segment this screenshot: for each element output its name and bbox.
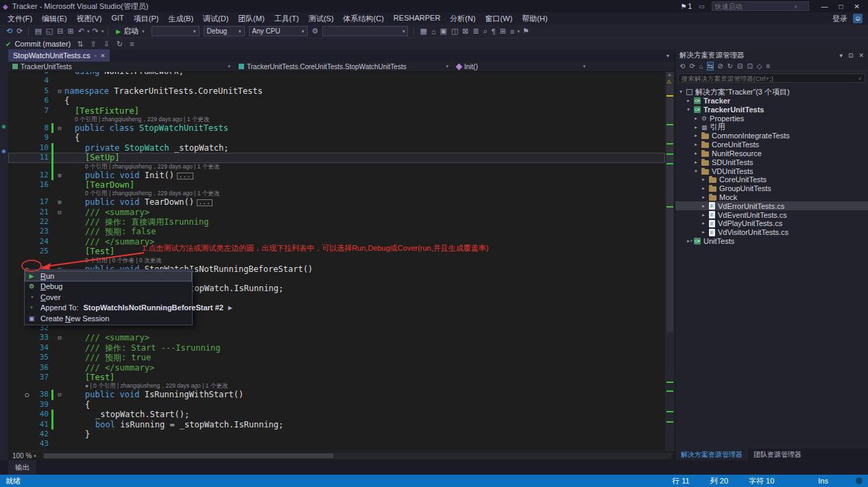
horizontal-scrollbar[interactable] bbox=[43, 453, 672, 459]
panel-tab[interactable]: 解决方案资源管理器 bbox=[675, 449, 748, 460]
output-window-tab[interactable]: 输出 bbox=[8, 460, 36, 475]
toolbar-icon[interactable]: ⇆ bbox=[708, 62, 713, 70]
tree-item[interactable]: ▸CoreUnitTests bbox=[675, 175, 868, 184]
toolbar-icon[interactable]: ⊠ bbox=[460, 27, 470, 36]
code-line[interactable]: 17⊞public void TearDown()... bbox=[8, 197, 665, 207]
tree-item[interactable]: ▸GroupUnitTests bbox=[675, 184, 868, 193]
toolbar-icon[interactable]: ¶ bbox=[490, 27, 498, 36]
toolbar-icon[interactable]: ◇ bbox=[757, 62, 762, 70]
notifications-flag-icon[interactable]: ⚑1 bbox=[681, 3, 692, 10]
code-line[interactable]: 23/// 预期: false bbox=[8, 227, 665, 236]
tree-item[interactable]: ▸VdPlayUnitTests.cs bbox=[675, 219, 868, 228]
code-line[interactable]: 43 bbox=[8, 439, 665, 449]
toolbar-icon[interactable]: ⇅ bbox=[75, 40, 85, 49]
expander-icon[interactable]: ▸ bbox=[693, 151, 699, 156]
codelens-row[interactable]: 0 个引用 | zhangqiusheng，229 days ago | 1 个… bbox=[8, 116, 665, 123]
code-line[interactable]: 40_stopWatch.Start(); bbox=[8, 410, 665, 419]
scrollbar-thumb[interactable] bbox=[666, 72, 673, 332]
solution-search-box[interactable]: ⌕ bbox=[678, 73, 865, 83]
code-line[interactable]: 41bool isRunning = _stopWatch.IsRunning; bbox=[8, 420, 665, 429]
toolbar-icon[interactable]: ⊞ bbox=[498, 27, 508, 36]
fold-marker[interactable]: ⊟ bbox=[55, 333, 64, 342]
toolbar-icon[interactable]: ⊡ bbox=[747, 62, 752, 70]
tree-item[interactable]: ▸VdErrorUnitTests.cs bbox=[675, 201, 868, 210]
target-combo[interactable]: ▾ bbox=[322, 26, 408, 36]
tree-item[interactable]: ▸SDUnitTests bbox=[675, 158, 868, 166]
code-line[interactable]: 33⊟/// <summary> bbox=[8, 333, 665, 342]
menu-item[interactable]: 帮助(H) bbox=[517, 14, 552, 24]
close-button[interactable]: ✕ bbox=[849, 3, 865, 10]
menu-item[interactable]: 项目(P) bbox=[129, 14, 164, 24]
expander-icon[interactable]: ▸ bbox=[693, 142, 699, 147]
expander-icon[interactable]: ▸ bbox=[701, 177, 706, 182]
toolbar-icon[interactable]: ⟳ bbox=[14, 27, 25, 36]
panel-tab[interactable]: 团队资源管理器 bbox=[748, 449, 807, 460]
expander-icon[interactable]: ▾ bbox=[693, 168, 699, 174]
code-line[interactable]: ◯38⊟public void IsRunningWithStart() bbox=[8, 390, 665, 399]
feedback-icon[interactable]: ▭ bbox=[699, 3, 705, 10]
quick-launch-input[interactable] bbox=[715, 3, 792, 10]
toolbar-icon[interactable]: ⌂ bbox=[429, 27, 438, 36]
toolbar-icon[interactable]: ▣ bbox=[438, 27, 449, 36]
expander-icon[interactable]: ▸ bbox=[701, 203, 706, 209]
toolbar-icon[interactable]: ≡ bbox=[508, 27, 516, 36]
tab-stopwatchunittests[interactable]: StopWatchUnitTests.cs ▫ ✕ bbox=[8, 49, 110, 62]
codelens-row[interactable]: ● | 0 个引用 | zhangqiusheng，229 days ago |… bbox=[8, 382, 665, 390]
tree-item[interactable]: ▸Tracker bbox=[675, 97, 868, 105]
toolbar-icon[interactable]: ⟳ bbox=[689, 62, 695, 70]
code-line[interactable]: 39{ bbox=[8, 400, 665, 410]
code-line[interactable]: 36/// </summary> bbox=[8, 363, 665, 373]
zoom-level[interactable]: 100 % bbox=[12, 452, 32, 460]
expander-icon[interactable]: ▸ bbox=[693, 125, 699, 130]
code-line[interactable]: 4 bbox=[8, 76, 665, 86]
code-line[interactable]: 21⊟/// <summary> bbox=[8, 208, 665, 217]
code-line[interactable]: 7[TestFixture] bbox=[8, 106, 665, 116]
codelens-row[interactable]: 0 个引用 | zhangqiusheng，229 days ago | 1 个… bbox=[8, 163, 665, 171]
expander-icon[interactable]: ▸ bbox=[701, 221, 706, 226]
test-status-icon[interactable]: ◯ bbox=[8, 390, 29, 399]
tree-item[interactable]: ▸UnitTests bbox=[675, 237, 868, 246]
maximize-button[interactable]: □ bbox=[834, 3, 849, 10]
commit-button[interactable]: ✔ Commit (master) bbox=[5, 40, 71, 48]
expander-icon[interactable]: ▸ bbox=[701, 229, 706, 235]
chevron-down-icon[interactable]: ▾ bbox=[101, 29, 105, 34]
tree-item[interactable]: ▾解决方案“Tracker”(3 个项目) bbox=[675, 88, 868, 97]
code-line[interactable]: 11[SetUp] bbox=[8, 153, 665, 162]
expander-icon[interactable]: ▾ bbox=[678, 89, 684, 95]
expander-icon[interactable]: ▸ bbox=[701, 212, 706, 218]
toolbar-icon[interactable]: ⚑ bbox=[520, 27, 531, 36]
close-tab-icon[interactable]: ✕ bbox=[101, 53, 106, 59]
toolbar-icon[interactable]: ⌂ bbox=[699, 62, 703, 70]
account-avatar[interactable]: ☺ bbox=[853, 14, 863, 23]
code-line[interactable]: 22/// 操作: 直接调用Isrunning bbox=[8, 217, 665, 227]
tree-item[interactable]: ▾VDUnitTests bbox=[675, 166, 868, 175]
toolbar-icon[interactable]: ⊘ bbox=[717, 62, 723, 70]
tree-item[interactable]: ▸⚙Properties bbox=[675, 114, 868, 123]
tree-item[interactable]: ▸NunitResource bbox=[675, 149, 868, 158]
editor-scrollbar[interactable]: + ⚠ bbox=[665, 72, 675, 451]
notification-icon[interactable] bbox=[856, 477, 863, 484]
breadcrumb-type[interactable]: TrackerUnitTests.CoreUnitTests.StopWatch… bbox=[234, 63, 453, 71]
menu-item[interactable]: RESHARPER bbox=[389, 14, 445, 24]
code-line[interactable]: 16[TearDown] bbox=[8, 180, 665, 190]
fold-marker[interactable]: ⊟ bbox=[55, 86, 64, 96]
expander-icon[interactable]: ▸ bbox=[693, 160, 699, 165]
toolbar-icon[interactable]: ≣ bbox=[471, 27, 481, 36]
tree-item[interactable]: ▸Mock bbox=[675, 193, 868, 202]
tab-list-chevron-icon[interactable]: ▾ bbox=[666, 53, 675, 62]
close-icon[interactable]: ✕ bbox=[858, 52, 864, 59]
solution-platform-combo[interactable]: Any CPU ▾ bbox=[249, 26, 308, 36]
code-line[interactable]: 8⊟public class StopWatchUnitTests bbox=[8, 123, 665, 133]
code-editor[interactable]: 3using NUnit.Framework;45⊟namespace Trac… bbox=[8, 72, 665, 451]
toolbar-icon[interactable]: ◱ bbox=[44, 27, 55, 36]
fold-marker[interactable]: ⊞ bbox=[55, 197, 64, 207]
scrollbar-thumb[interactable] bbox=[44, 453, 333, 458]
tree-item[interactable]: ▸VdEventUnitTests.cs bbox=[675, 210, 868, 219]
menu-item[interactable]: 窗口(W) bbox=[481, 14, 518, 24]
toolbar-icon[interactable]: ↶ bbox=[76, 27, 86, 36]
splitter-icon[interactable]: + bbox=[668, 72, 671, 79]
code-line[interactable]: 5⊟namespace TrackerUnitTests.CoreUnitTes… bbox=[8, 86, 665, 96]
code-line[interactable]: 34/// 操作: Start ---Isrunning bbox=[8, 343, 665, 353]
toolbar-icon[interactable]: ⟲ bbox=[679, 62, 685, 70]
gutter-test-method-icon[interactable]: ◉ bbox=[1, 148, 6, 154]
